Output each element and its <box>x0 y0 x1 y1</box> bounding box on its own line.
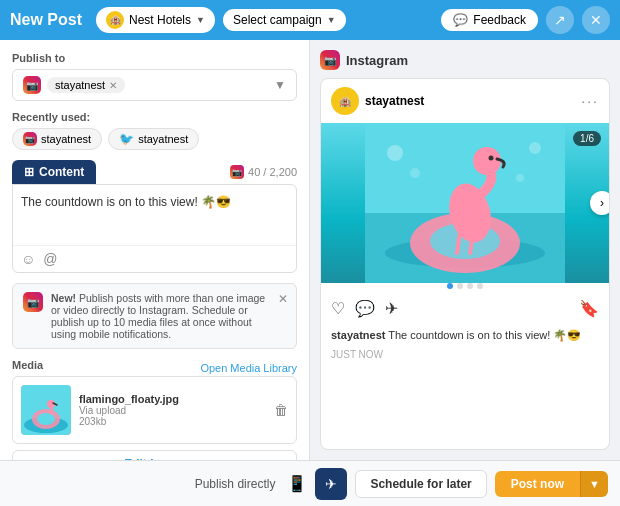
media-thumbnail <box>21 385 71 435</box>
media-section: Media Open Media Library <box>12 359 297 460</box>
preview-label: 📷 Instagram <box>320 50 610 70</box>
edit-image-button[interactable]: Edit Image <box>12 450 297 460</box>
feedback-icon: 💬 <box>453 13 468 27</box>
recently-used-section: Recently used: 📷 stayatnest 🐦 stayatnest <box>12 111 297 150</box>
select-campaign-button[interactable]: Select campaign ▼ <box>223 9 346 31</box>
recently-used-label: Recently used: <box>12 111 297 123</box>
preview-image-container: 1/6 › <box>321 123 609 283</box>
char-count: 📷 40 / 2,200 <box>230 165 297 179</box>
twitter-icon: 🐦 <box>119 132 134 146</box>
image-counter-badge: 1/6 <box>573 131 601 146</box>
instagram-preview-icon: 📷 <box>320 50 340 70</box>
info-banner-text: New! Publish posts with more than one im… <box>51 292 286 340</box>
carousel-next-button[interactable]: › <box>590 191 609 215</box>
content-tab[interactable]: ⊞ Content <box>12 160 96 184</box>
preview-image-bg <box>321 123 609 283</box>
publish-to-label: Publish to <box>12 52 297 64</box>
media-label: Media <box>12 359 43 371</box>
svg-point-3 <box>37 413 55 425</box>
caption-text: The countdown is on to this view! 🌴😎 <box>388 329 581 341</box>
chevron-down-icon: ▼ <box>196 15 205 25</box>
account-tag: stayatnest ✕ <box>47 77 125 93</box>
caption-username: stayatnest <box>331 329 385 341</box>
carousel-dot-4 <box>477 283 483 289</box>
open-media-library-link[interactable]: Open Media Library <box>200 362 297 374</box>
carousel-dot-1 <box>447 283 453 289</box>
content-icon: ⊞ <box>24 165 34 179</box>
share-icon[interactable]: ✈ <box>385 299 398 318</box>
svg-point-12 <box>489 156 494 161</box>
publish-to-section: Publish to 📷 stayatnest ✕ ▼ <box>12 52 297 101</box>
account-name: stayatnest <box>55 79 105 91</box>
svg-point-18 <box>516 174 524 182</box>
content-box: The countdown is on to this view! 🌴😎 ☺ @ <box>12 184 297 273</box>
flamingo-thumbnail-svg <box>21 385 71 435</box>
preview-actions: ♡ 💬 ✈ 🔖 <box>321 293 609 324</box>
instagram-icon-banner: 📷 <box>23 292 43 312</box>
mention-icon[interactable]: @ <box>43 251 57 267</box>
carousel-dots <box>321 283 609 289</box>
media-filename: flamingo_floaty.jpg <box>79 393 266 405</box>
content-header: ⊞ Content 📷 40 / 2,200 <box>12 160 297 184</box>
recently-used-list: 📷 stayatnest 🐦 stayatnest <box>12 128 297 150</box>
page-title: New Post <box>10 11 82 29</box>
bottom-bar: Publish directly 📱 ✈ Schedule for later … <box>0 460 620 506</box>
post-now-group: Post now ▼ <box>495 471 608 497</box>
post-now-button[interactable]: Post now <box>495 471 580 497</box>
instagram-icon: 📷 <box>23 132 37 146</box>
content-tab-label: Content <box>39 165 84 179</box>
preview-user-left: 🏨 stayatnest <box>331 87 424 115</box>
more-options-icon[interactable]: ··· <box>581 93 599 109</box>
close-button[interactable]: ✕ <box>582 6 610 34</box>
platform-label: Instagram <box>346 53 408 68</box>
nest-icon: 🏨 <box>106 11 124 29</box>
mobile-device-icon[interactable]: 📱 <box>287 474 307 493</box>
nest-hotels-button[interactable]: 🏨 Nest Hotels ▼ <box>96 7 215 33</box>
feedback-button[interactable]: 💬 Feedback <box>441 9 538 31</box>
minimize-icon: ↗ <box>554 12 566 28</box>
chevron-down-icon[interactable]: ▼ <box>274 78 286 92</box>
direct-send-button[interactable]: ✈ <box>315 468 347 500</box>
preview-avatar: 🏨 <box>331 87 359 115</box>
delete-media-icon[interactable]: 🗑 <box>274 402 288 418</box>
post-now-dropdown-button[interactable]: ▼ <box>580 471 608 497</box>
content-section: ⊞ Content 📷 40 / 2,200 The countdown is … <box>12 160 297 273</box>
like-icon[interactable]: ♡ <box>331 299 345 318</box>
media-item: flamingo_floaty.jpg Via upload 203kb 🗑 <box>12 376 297 444</box>
schedule-for-later-button[interactable]: Schedule for later <box>355 470 486 498</box>
svg-point-16 <box>410 168 420 178</box>
info-banner: 📷 New! Publish posts with more than one … <box>12 283 297 349</box>
bookmark-icon[interactable]: 🔖 <box>579 299 599 318</box>
chevron-down-icon: ▼ <box>327 15 336 25</box>
media-info: flamingo_floaty.jpg Via upload 203kb <box>79 393 266 427</box>
preview-caption: stayatnest The countdown is on to this v… <box>321 324 609 347</box>
publish-directly-label: Publish directly <box>195 477 276 491</box>
emoji-icon[interactable]: ☺ <box>21 251 35 267</box>
preview-card: 🏨 stayatnest ··· <box>320 78 610 450</box>
comment-icon[interactable]: 💬 <box>355 299 375 318</box>
content-textarea[interactable]: The countdown is on to this view! 🌴😎 <box>13 185 296 245</box>
svg-point-17 <box>529 142 541 154</box>
select-campaign-label: Select campaign <box>233 13 322 27</box>
recently-used-twitter[interactable]: 🐦 stayatnest <box>108 128 199 150</box>
svg-point-11 <box>473 147 501 175</box>
flamingo-preview-svg <box>321 123 609 283</box>
close-banner-icon[interactable]: ✕ <box>278 292 288 306</box>
instagram-icon: 📷 <box>23 76 41 94</box>
publish-to-box[interactable]: 📷 stayatnest ✕ ▼ <box>12 69 297 101</box>
media-header: Media Open Media Library <box>12 359 297 376</box>
remove-account-icon[interactable]: ✕ <box>109 80 117 91</box>
svg-point-15 <box>387 145 403 161</box>
right-panel: 📷 Instagram 🏨 stayatnest ··· <box>310 40 620 460</box>
instagram-icon-small: 📷 <box>230 165 244 179</box>
minimize-button[interactable]: ↗ <box>546 6 574 34</box>
info-new-label: New! <box>51 292 76 304</box>
send-icon: ✈ <box>325 476 337 492</box>
media-source: Via upload <box>79 405 266 416</box>
preview-action-left: ♡ 💬 ✈ <box>331 299 398 318</box>
content-text: The countdown is on to this view! 🌴😎 <box>21 195 231 209</box>
left-panel: Publish to 📷 stayatnest ✕ ▼ Recently use… <box>0 40 310 460</box>
preview-username: stayatnest <box>365 94 424 108</box>
recently-used-instagram[interactable]: 📷 stayatnest <box>12 128 102 150</box>
close-icon: ✕ <box>590 12 602 28</box>
